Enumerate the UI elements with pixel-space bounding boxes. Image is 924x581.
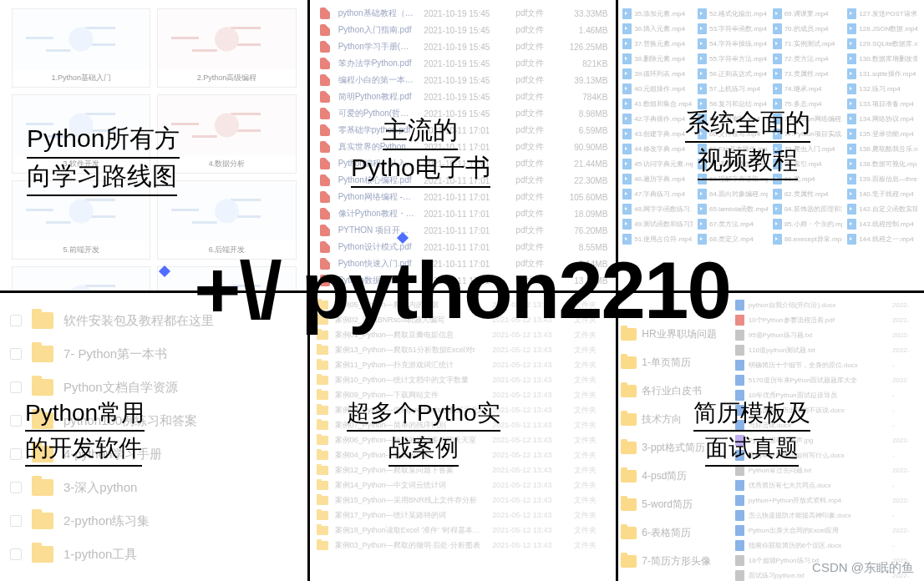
- doc-row[interactable]: 指南你获取简历的6个误区.docx -: [735, 539, 919, 552]
- video-chip[interactable]: 138.数据可视化.mp4: [847, 159, 917, 169]
- video-chip[interactable]: 68.类定义.mp4: [698, 234, 768, 245]
- video-chip[interactable]: 44.修改字典.mp4: [622, 144, 693, 154]
- checkbox[interactable]: [10, 415, 22, 427]
- checkbox[interactable]: [10, 348, 22, 360]
- video-chip[interactable]: 143.线程控制.mp4: [847, 219, 917, 230]
- doc-row[interactable]: 110道python测试题.txt 2022-: [735, 344, 919, 356]
- video-chip[interactable]: 37.替换元素.mp4: [622, 38, 693, 49]
- mindmap-thumbnail[interactable]: 7.机器学习: [12, 266, 150, 290]
- project-row[interactable]: 案例10_Python—统计文档中的文字数量 2021-05-12 13:43 …: [317, 372, 608, 387]
- video-chip[interactable]: 42.字典操作.mp4: [622, 114, 693, 124]
- video-chip[interactable]: 49.测试函数和练习案例.mp4: [622, 219, 693, 230]
- video-chip[interactable]: 86.execept异常.mp4: [773, 234, 843, 245]
- folder-row[interactable]: 7- Python第一本书: [10, 337, 298, 371]
- video-chip[interactable]: 140.笔子线程.mp4: [847, 189, 917, 200]
- video-chip[interactable]: 47.字典练习.mp4: [622, 189, 693, 200]
- video-chip[interactable]: 85.小师・个亲的.mp4: [773, 219, 843, 230]
- doc-row[interactable]: python自我介绍(开白沿).docx 2022-: [735, 299, 919, 311]
- video-chip[interactable]: 65.lambda函数.mp4: [698, 204, 768, 215]
- doc-row[interactable]: 5170道历年来Python面试题题库大全 2022: [735, 374, 919, 386]
- video-chip[interactable]: 52.格式化输出.mp4: [698, 8, 768, 19]
- checkbox[interactable]: [10, 315, 22, 326]
- video-chip[interactable]: 45.访问字典元素.mp4: [622, 159, 693, 169]
- folder-row[interactable]: 2-python练习集: [10, 504, 298, 538]
- video-chip[interactable]: 127.发送POST请求.mp4: [847, 8, 917, 19]
- checkbox[interactable]: [10, 515, 22, 527]
- resume-folder-row[interactable]: 7-简历方形头像: [621, 547, 724, 575]
- video-chip[interactable]: 56.正则表达式.mp4: [698, 68, 768, 79]
- video-chip[interactable]: 135.登录功能.mp4: [847, 129, 917, 139]
- resume-folder-row[interactable]: 5-word简历: [621, 490, 724, 518]
- resume-folder-row[interactable]: 1-单页简历: [621, 348, 724, 376]
- video-chip[interactable]: 139.面板信息—threading.mp4: [847, 174, 917, 184]
- file-row[interactable]: PYTHON 项目开发实战_顾能通.pdf_13883067.pdf 2021-…: [320, 222, 608, 239]
- project-row[interactable]: 案例14_Python—中文词云统计词 2021-05-12 13:43 文件夹: [317, 477, 608, 493]
- video-chip[interactable]: 54.字符串操练.mp4: [698, 38, 768, 49]
- checkbox[interactable]: [10, 448, 22, 460]
- video-chip[interactable]: 136.爬取酷我音乐.mp4: [847, 144, 917, 154]
- video-chip[interactable]: 35.添加元素.mp4: [622, 8, 693, 19]
- checkbox[interactable]: [10, 482, 22, 493]
- file-row[interactable]: Python网络编程 -基础知识.pdf 2021-10-11 17:01 pd…: [320, 189, 608, 205]
- video-chip[interactable]: 131.sqlite操作.mp4: [847, 68, 917, 79]
- video-chip[interactable]: 46.遍历字典.mp4: [622, 174, 693, 184]
- project-row[interactable]: 案例17_Python—统计某路特的词 2021-05-12 13:43 文件夹: [317, 508, 608, 523]
- doc-row[interactable]: 优秀简历有七大共同点.docx -: [735, 479, 919, 492]
- video-chip[interactable]: 70.的成员.mp4: [773, 23, 843, 34]
- checkbox[interactable]: [10, 548, 22, 560]
- video-chip[interactable]: 69.调课案.mp4: [773, 8, 843, 19]
- project-row[interactable]: 案例15_Python—采用BNR线上文件存分析 2021-05-12 13:4…: [317, 493, 608, 508]
- doc-row[interactable]: 10个Python参赛流程活着.pdf 2022-: [735, 314, 919, 326]
- file-row[interactable]: 简明Python教程.pdf 2021-10-19 15:45 pdf文件 78…: [320, 88, 608, 105]
- file-row[interactable]: Python学习手册(第4版)_完整版本.pdf 2021-10-19 15:4…: [320, 38, 608, 55]
- file-row[interactable]: Python入门指南.pdf 2021-10-19 15:45 pdf文件 1.…: [320, 22, 608, 38]
- video-chip[interactable]: 129.SQLite数据库.mp4: [847, 38, 917, 49]
- resume-folder-row[interactable]: 6-表格简历: [621, 518, 724, 547]
- video-chip[interactable]: 142.自定义函数实现多线程.mp4: [847, 204, 917, 215]
- video-chip[interactable]: 43.创建字典.mp4: [622, 129, 693, 139]
- project-row[interactable]: 案例11_Python—扑克游戏词汇统计 2021-05-12 13:43 文件…: [317, 357, 608, 372]
- video-chip[interactable]: 36.插入元素.mp4: [622, 23, 693, 34]
- file-row[interactable]: 像计Python教程・精编版.pdf 2021-10-11 17:01 pdf文…: [320, 205, 608, 222]
- video-chip[interactable]: 128.JSON数据.mp4: [847, 23, 917, 34]
- video-chip[interactable]: 57.上机练习.mp4: [698, 83, 768, 94]
- video-chip[interactable]: 67.类方法.mp4: [698, 219, 768, 230]
- doc-row[interactable]: 明确简历十个细节，全身的原位.docx -: [735, 359, 919, 371]
- video-chip[interactable]: 74.继承.mp4: [773, 83, 843, 94]
- project-row[interactable]: 案例03_Python—爬取的微明·后处·分析图表 2021-05-12 13:…: [317, 538, 608, 553]
- file-row[interactable]: 编程小白的第一本 Python 入门.pdf 2021-10-19 15:45 …: [320, 72, 608, 88]
- video-chip[interactable]: 41.数组和集合.mp4: [622, 99, 693, 109]
- file-date: 2021-10-19 15:45: [424, 59, 507, 68]
- mindmap-thumbnail[interactable]: 2.Python高级编程: [157, 8, 296, 88]
- video-chip[interactable]: 82.类属性.mp4: [773, 189, 843, 200]
- video-chip[interactable]: 38.删除元素.mp4: [622, 53, 693, 64]
- video-chip[interactable]: 84.装饰器的原理和实现.mp4: [773, 204, 843, 215]
- checkbox[interactable]: [10, 381, 22, 393]
- file-row[interactable]: 笨办法学Python.pdf 2021-10-19 15:45 pdf文件 82…: [320, 55, 608, 72]
- video-chip[interactable]: 71.实例测试.mp4: [773, 38, 843, 49]
- video-chip[interactable]: 48.网字学函数练习.mp4: [622, 204, 693, 215]
- video-chip[interactable]: 55.字符串方法.mp4: [698, 53, 768, 64]
- video-chip[interactable]: 72.类方法.mp4: [773, 53, 843, 64]
- mindmap-thumbnail[interactable]: 1.Python基础入门: [12, 8, 150, 88]
- video-chip[interactable]: 51.使用占位符.mp4: [622, 234, 693, 245]
- project-row[interactable]: 案例18_Python读取Excel '准件' '时程基本详细' 2021-05…: [317, 523, 608, 538]
- doc-row[interactable]: 95道Python练习题.txt 2022-: [735, 329, 919, 341]
- video-chip[interactable]: 130.数据库增删改查.mp4: [847, 53, 917, 64]
- doc-row[interactable]: Python出身大合同的Excel应用 2022-: [735, 524, 919, 537]
- folder-row[interactable]: 1-python工具: [10, 538, 298, 571]
- doc-row[interactable]: 怎么快速提防才能提高神印象.docx -: [735, 509, 919, 522]
- video-chip[interactable]: 64.面向对象编程.mp4: [698, 189, 768, 200]
- video-chip[interactable]: 39.循环列表.mp4: [622, 68, 693, 79]
- video-chip[interactable]: 144.线程之一.mp4: [847, 234, 917, 245]
- doc-row[interactable]: python+Python开放式资料.mp4 2022-: [735, 494, 919, 507]
- folder-row[interactable]: 3-深入python: [10, 471, 298, 504]
- project-row[interactable]: 案例13_Python—爬取51分析数据Excel对r 2021-05-12 1…: [317, 342, 608, 357]
- video-chip[interactable]: 73.类属性.mp4: [773, 68, 843, 79]
- video-chip[interactable]: 53.字符串函数.mp4: [698, 23, 768, 34]
- video-chip[interactable]: 132.练习.mp4: [847, 83, 917, 94]
- video-chip[interactable]: 134.网络协议.mp4: [847, 114, 917, 124]
- video-chip[interactable]: 40.元组操作.mp4: [622, 83, 693, 94]
- file-row[interactable]: python基础教程（第二版）.pdf 2021-10-19 15:45 pdf…: [320, 5, 608, 22]
- video-chip[interactable]: 133.项目准备.mp4: [847, 99, 917, 109]
